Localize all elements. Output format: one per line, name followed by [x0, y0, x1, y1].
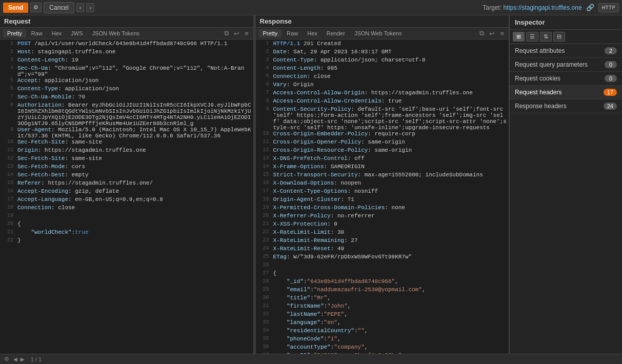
- resp-line-17: 17 X-Content-Type-Options: nosniff: [256, 188, 509, 196]
- resp-line-13: 13 X-DNS-Prefetch-Control: off: [256, 155, 509, 164]
- request-panel-header: Request: [0, 15, 253, 28]
- top-toolbar: Send ⚙ Cancel ‹ › Target: https://stagin…: [0, 0, 622, 15]
- inspector-section-request-cookies[interactable]: Request cookies 0: [510, 72, 622, 86]
- section-badge-request-headers: 17: [604, 89, 617, 96]
- request-wrap-icon[interactable]: ↩: [232, 29, 241, 38]
- tab-request-pretty[interactable]: Pretty: [3, 29, 26, 37]
- req-line-11: 11 Origin: https://stagadmin.truffles.on…: [0, 147, 253, 155]
- req-line-22: 22 }: [0, 237, 253, 246]
- tab-response-render[interactable]: Render: [323, 29, 349, 37]
- resp-line-16: 16 X-Download-Options: noopen: [256, 180, 509, 188]
- send-button[interactable]: Send: [3, 3, 28, 13]
- settings-button[interactable]: ⚙: [30, 3, 42, 12]
- req-line-7: 7 Sec-Ch-Ua-Mobile: ?0: [0, 94, 253, 102]
- response-panel-header: Response: [256, 15, 509, 28]
- inspector-panel: Inspector ⊞ ☰ ⇅ ⊟ Request attributes 2 R…: [509, 15, 622, 354]
- response-code-area[interactable]: 1 HTTP/1.1 201 Created 2 Date: Sat, 29 A…: [256, 39, 509, 354]
- resp-line-8: 8 Access-Control-Allow-Credentials: true: [256, 98, 509, 106]
- section-badge-query-params: 0: [605, 61, 617, 68]
- nav-back-button[interactable]: ‹: [76, 3, 85, 12]
- response-panel: Response Pretty Raw Hex Render JSON Web …: [256, 15, 510, 354]
- inspector-section-request-headers[interactable]: Request headers 17: [510, 86, 622, 99]
- response-more-icon[interactable]: ≡: [498, 29, 506, 38]
- req-line-8: 8 Authorization: Bearer eyJhbGciOiJIUzI1…: [0, 102, 253, 127]
- section-label-request-headers: Request headers: [515, 89, 561, 96]
- resp-line-3: 3 Content-Type: application/json; charse…: [256, 57, 509, 65]
- cancel-button[interactable]: Cancel: [44, 2, 74, 13]
- target-label: Target: https://stagingapi.truffles.one: [483, 4, 581, 11]
- tab-response-pretty[interactable]: Pretty: [259, 29, 282, 37]
- inspector-header: Inspector: [510, 15, 622, 30]
- inspector-title: Inspector: [515, 18, 545, 26]
- req-line-6: 6 Content-Type: application/json: [0, 86, 253, 94]
- resp-line-19: 19 X-Permitted-Cross-Domain-Policies: no…: [256, 205, 509, 213]
- resp-line-15: 15 Strict-Transport-Security: max-age=15…: [256, 172, 509, 180]
- response-wrap-icon[interactable]: ↩: [488, 29, 496, 38]
- section-label-response-headers: Response headers: [515, 103, 567, 110]
- resp-line-1: 1 HTTP/1.1 201 Created: [256, 41, 509, 49]
- inspector-section-query-params[interactable]: Request query parameters 0: [510, 58, 622, 72]
- method-badge: HTTP: [598, 3, 619, 12]
- request-tab-icons: ⧉ ↩ ≡: [223, 29, 250, 38]
- req-line-3: 3 Content-Length: 19: [0, 57, 253, 65]
- response-tab-bar: Pretty Raw Hex Render JSON Web Tokens ⧉ …: [256, 28, 509, 39]
- bottom-bar: ⚙ ◀ ▶ 1 / 1: [0, 354, 622, 364]
- req-line-4: 4 Sec-Ch-Ua: "Chromium";v="112", "Google…: [0, 65, 253, 77]
- resp-line-28: 28 "_id":"643e8b41d4ffbdad8748c966",: [256, 278, 509, 287]
- resp-line-35: 35 "phoneCode":"1",: [256, 336, 509, 344]
- section-label-request-cookies: Request cookies: [515, 75, 560, 82]
- section-label-query-params: Request query parameters: [515, 61, 588, 68]
- tab-request-hex[interactable]: Hex: [48, 29, 66, 37]
- target-url: https://stagingapi.truffles.one: [503, 4, 581, 11]
- resp-line-34: 34 "residentialCountry":"",: [256, 328, 509, 336]
- resp-line-18: 18 Origin-Agent-Cluster: ?1: [256, 196, 509, 205]
- resp-line-9: 9 Content-Security-Policy: default-src '…: [256, 106, 509, 131]
- tab-response-hex[interactable]: Hex: [303, 29, 322, 37]
- bottom-nav: ◀ ▶: [12, 355, 26, 363]
- inspector-list-btn[interactable]: ☰: [526, 32, 538, 42]
- resp-line-14: 14 X-Frame-Options: SAMEORIGIN: [256, 164, 509, 172]
- resp-line-20: 20 X-Referrer-Policy: no-referrer: [256, 213, 509, 221]
- bottom-prev-btn[interactable]: ◀: [12, 355, 18, 363]
- tab-request-jws[interactable]: JWS: [67, 29, 87, 37]
- inspector-sort-btn[interactable]: ⇅: [540, 32, 552, 42]
- resp-line-24: 24 X-RateLimit-Reset: 49: [256, 246, 509, 254]
- resp-line-36: 36 "accountType":"company",: [256, 344, 509, 352]
- request-copy-icon[interactable]: ⧉: [223, 29, 230, 38]
- resp-line-27: 27 {: [256, 270, 509, 278]
- req-line-1: 1 POST /api/v1/user/worldCheck/643e8b41d…: [0, 41, 253, 49]
- req-line-2: 2 Host: stagingapi.truffles.one: [0, 49, 253, 57]
- bottom-settings-btn[interactable]: ⚙: [4, 356, 9, 362]
- req-line-10: 10 Sec-Fetch-Site: same-site: [0, 139, 253, 147]
- response-copy-icon[interactable]: ⧉: [478, 29, 486, 38]
- request-code-area[interactable]: 1 POST /api/v1/user/worldCheck/643e8b41d…: [0, 39, 253, 354]
- tab-request-jwt[interactable]: JSON Web Tokens: [88, 29, 144, 37]
- request-panel: Request Pretty Raw Hex JWS JSON Web Toke…: [0, 15, 254, 354]
- resp-line-30: 30 "title":"Mr",: [256, 295, 509, 303]
- resp-line-11: 11 Cross-Origin-Opener-Policy: same-orig…: [256, 139, 509, 147]
- response-tab-icons: ⧉ ↩ ≡: [478, 29, 506, 38]
- request-more-icon[interactable]: ≡: [243, 29, 250, 38]
- tab-response-raw[interactable]: Raw: [283, 29, 302, 37]
- nav-fwd-button[interactable]: ›: [86, 3, 94, 12]
- inspector-grid-btn[interactable]: ⊞: [513, 32, 525, 42]
- resp-line-33: 33 "language":"en",: [256, 319, 509, 328]
- tab-request-raw[interactable]: Raw: [27, 29, 47, 37]
- req-line-14: 14 Sec-Fetch-Dest: empty: [0, 172, 253, 180]
- bottom-next-btn[interactable]: ▶: [19, 355, 26, 363]
- resp-line-2: 2 Date: Sat, 29 Apr 2023 16:03:17 GMT: [256, 49, 509, 57]
- req-line-21: 21 "worldCheck":true: [0, 229, 253, 237]
- section-label-request-attributes: Request attributes: [515, 47, 565, 54]
- req-line-18: 18 Connection: close: [0, 205, 253, 213]
- resp-line-21: 21 X-XSS-Protection: 0: [256, 221, 509, 229]
- inspector-section-request-attributes[interactable]: Request attributes 2: [510, 44, 622, 58]
- resp-line-25: 25 ETag: W/"3d9-62eFR/rpDbxWS0WFovGTt98K…: [256, 254, 509, 262]
- resp-line-29: 29 "email":"naddumazaufri-2530@yopmail.c…: [256, 287, 509, 295]
- resp-line-4: 4 Content-Length: 985: [256, 65, 509, 73]
- tab-response-jwt[interactable]: JSON Web Tokens: [350, 29, 406, 37]
- bottom-pages: 1 / 1: [31, 356, 42, 362]
- section-badge-response-headers: 24: [604, 103, 617, 110]
- inspector-section-response-headers[interactable]: Response headers 24: [510, 99, 622, 113]
- resp-line-7: 7 Access-Control-Allow-Origin: https://s…: [256, 90, 509, 98]
- inspector-filter-btn[interactable]: ⊟: [553, 32, 565, 42]
